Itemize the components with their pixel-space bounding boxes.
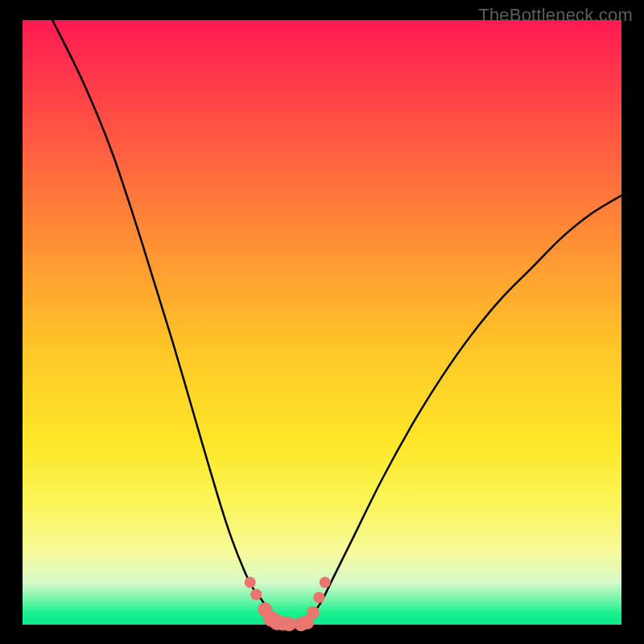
marker-dot	[313, 592, 324, 603]
watermark-text: TheBottleneck.com	[478, 5, 633, 26]
marker-dot	[245, 576, 256, 588]
chart-overlay	[0, 0, 644, 644]
marker-dots	[245, 576, 331, 631]
marker-dot	[250, 588, 262, 600]
right-branch-curve	[304, 196, 621, 624]
marker-dot	[307, 606, 320, 619]
left-branch-curve	[52, 20, 286, 623]
marker-dot	[320, 576, 331, 588]
